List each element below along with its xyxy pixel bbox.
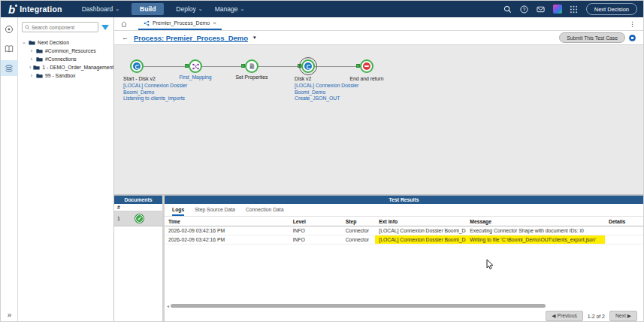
pagination: ◀ Previous 1-2 of 2 Next ▶ bbox=[165, 309, 643, 322]
results-empty-area bbox=[165, 245, 643, 302]
log-message-highlighted: Writing to file 'C:\Boomi_Demo\OUT\clien… bbox=[466, 235, 605, 245]
logs-header-row: Time Level Step Ext Info Message Details bbox=[165, 217, 643, 226]
caret-closed-icon[interactable]: › bbox=[29, 73, 34, 78]
back-arrow-icon[interactable]: ← bbox=[122, 34, 128, 41]
library-book-icon[interactable] bbox=[1, 41, 18, 56]
log-ext-info: [LOCAL] Connexion Dossier Boomi_Demo: di… bbox=[375, 226, 466, 235]
test-results-title: Test Results bbox=[165, 196, 643, 204]
chevron-down-icon: ⌄ bbox=[240, 6, 244, 12]
menu-deploy[interactable]: Deploy ⌄ bbox=[176, 5, 202, 13]
menu-build[interactable]: Build bbox=[132, 3, 164, 15]
previous-page-button[interactable]: ◀ Previous bbox=[546, 311, 583, 321]
folder-icon bbox=[36, 73, 43, 78]
folder-icon bbox=[36, 56, 43, 62]
log-step-link[interactable]: Connector bbox=[342, 235, 376, 245]
filter-funnel-icon[interactable] bbox=[101, 25, 109, 30]
kebab-menu-icon[interactable]: ⋮ bbox=[627, 20, 637, 28]
mail-icon[interactable] bbox=[537, 5, 546, 14]
search-icon bbox=[25, 25, 30, 30]
collapse-panel-icon[interactable]: » bbox=[1, 311, 18, 319]
document-row[interactable]: 1 ✓ bbox=[114, 211, 162, 226]
folder-icon bbox=[36, 48, 43, 53]
app-grid-icon[interactable] bbox=[570, 5, 579, 14]
svg-text:?: ? bbox=[523, 6, 526, 11]
next-decision-button[interactable]: Next Decision bbox=[586, 3, 637, 15]
shape-disk-v2[interactable] bbox=[301, 59, 315, 73]
shape-start-disk[interactable] bbox=[130, 59, 144, 73]
chevron-down-icon: ⌄ bbox=[198, 6, 203, 12]
tree-item-common-resources[interactable]: › #Common_Resources bbox=[29, 47, 110, 55]
folder-icon bbox=[29, 40, 35, 45]
info-icon[interactable] bbox=[629, 35, 636, 41]
tree-item-demo-order-management[interactable]: › 1 - DEMO_Order_Management bbox=[29, 63, 110, 71]
search-icon[interactable] bbox=[503, 5, 512, 14]
log-message: Executing Connector Shape with document … bbox=[466, 226, 605, 235]
component-search bbox=[22, 22, 98, 32]
log-time: 2026-02-09 03:42:16 PM bbox=[165, 235, 289, 245]
caret-closed-icon[interactable]: › bbox=[29, 56, 34, 62]
process-toolbar: ← Process: Premier_Process_Demo ▾ Submit… bbox=[114, 31, 643, 44]
product-name: Integration bbox=[20, 5, 62, 14]
boomi-integration-window: b Integration Dashboard ⌄ Build Deploy ⌄… bbox=[0, 0, 644, 322]
process-title[interactable]: Process: Premier_Process_Demo bbox=[134, 34, 248, 42]
left-icon-rail: » bbox=[1, 17, 18, 322]
user-avatar[interactable] bbox=[553, 5, 562, 14]
log-level: INFO bbox=[289, 226, 342, 235]
caret-closed-icon[interactable]: › bbox=[29, 65, 31, 70]
component-tree: ⌄ Next Decision › #Common_Resources › #C… bbox=[22, 38, 110, 80]
scrollbar-thumb[interactable] bbox=[171, 304, 546, 308]
tree-item-connections[interactable]: › #Connections bbox=[29, 55, 110, 63]
logs-table: Time Level Step Ext Info Message Details… bbox=[165, 217, 643, 245]
documents-panel-title: Documents bbox=[114, 196, 162, 204]
documents-panel: Documents # 1 ✓ bbox=[114, 196, 165, 322]
home-icon[interactable] bbox=[120, 20, 128, 28]
disk-connector-icon bbox=[304, 62, 312, 70]
horizontal-scrollbar: ◂ bbox=[165, 302, 643, 309]
chevron-down-icon: ⌄ bbox=[115, 6, 119, 12]
documents-number-header: # bbox=[114, 204, 162, 211]
tree-item-sandbox[interactable]: › 99 - Sandbox bbox=[29, 71, 110, 80]
search-input[interactable] bbox=[32, 25, 95, 30]
tree-root-next-decision[interactable]: ⌄ Next Decision bbox=[22, 38, 110, 47]
help-icon[interactable]: ? bbox=[520, 5, 529, 14]
submit-test-case-button[interactable]: Submit This Test Case bbox=[559, 32, 625, 43]
process-canvas[interactable]: Start - Disk v2 [LOCAL] Connexion Dossie… bbox=[114, 44, 643, 194]
prev-arrow-icon: ◀ bbox=[552, 313, 555, 318]
target-icon[interactable] bbox=[1, 21, 18, 37]
next-page-button[interactable]: Next ▶ bbox=[609, 311, 637, 321]
caret-open-icon[interactable]: ⌄ bbox=[22, 39, 26, 45]
log-row[interactable]: 2026-02-09 03:42:16 PM INFO Connector [L… bbox=[165, 226, 643, 235]
col-ext-info: Ext Info bbox=[375, 217, 466, 226]
properties-icon bbox=[248, 62, 255, 70]
test-results-panel: Test Results Logs Step Source Data Conne… bbox=[165, 196, 643, 322]
folder-icon bbox=[33, 65, 40, 70]
tab-logs[interactable]: Logs bbox=[172, 207, 184, 216]
log-level: INFO bbox=[289, 235, 342, 245]
shape-end-and-return[interactable] bbox=[360, 59, 373, 73]
tab-connection-data[interactable]: Connection Data bbox=[246, 207, 284, 216]
shape-set-properties[interactable] bbox=[245, 59, 259, 73]
caret-closed-icon[interactable]: › bbox=[29, 48, 34, 53]
log-row[interactable]: 2026-02-09 03:42:16 PM INFO Connector [L… bbox=[165, 235, 643, 245]
log-step-link[interactable]: Connector bbox=[342, 226, 376, 235]
process-icon bbox=[144, 20, 150, 26]
tab-step-source-data[interactable]: Step Source Data bbox=[195, 207, 235, 216]
success-check-icon: ✓ bbox=[135, 214, 144, 223]
shape-first-mapping[interactable] bbox=[189, 59, 202, 73]
chevron-down-icon[interactable]: ▾ bbox=[253, 35, 256, 41]
shape-label-first-mapping: First_Mapping bbox=[169, 74, 222, 81]
tab-premier-process-demo[interactable]: Premier_Process_Demo × bbox=[138, 17, 222, 30]
results-tabs: Logs Step Source Data Connection Data bbox=[165, 204, 643, 217]
component-explorer: ⌄ Next Decision › #Common_Resources › #C… bbox=[18, 17, 114, 322]
col-step: Step bbox=[342, 217, 376, 226]
scroll-left-arrow-icon[interactable]: ◂ bbox=[167, 303, 169, 308]
menu-dashboard[interactable]: Dashboard ⌄ bbox=[82, 5, 119, 13]
col-time: Time bbox=[165, 217, 289, 226]
menu-manage[interactable]: Manage ⌄ bbox=[215, 5, 245, 13]
boomi-logo[interactable]: b bbox=[8, 4, 15, 15]
layers-icon[interactable] bbox=[1, 60, 18, 76]
close-icon[interactable]: × bbox=[213, 20, 216, 26]
page-range: 1-2 of 2 bbox=[588, 314, 605, 319]
log-details bbox=[605, 235, 643, 245]
map-icon bbox=[192, 62, 200, 71]
